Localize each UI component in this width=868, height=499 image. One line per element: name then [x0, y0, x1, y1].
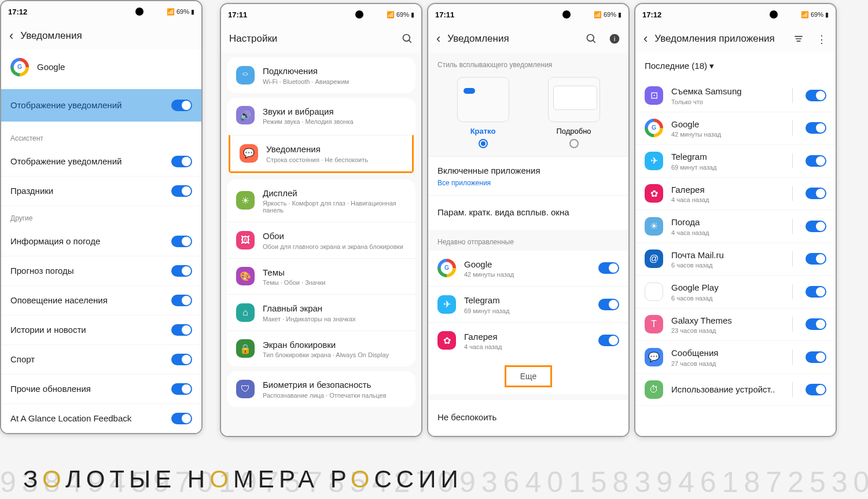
svg-point-0 [403, 35, 410, 42]
search-icon[interactable] [586, 33, 597, 45]
info-icon[interactable]: i [609, 33, 620, 45]
recent-google[interactable]: Google42 минуты назад [428, 251, 628, 287]
mail-icon: @ [645, 250, 663, 268]
row-popup-params[interactable]: Парам. кратк. вида всплыв. окна [428, 195, 628, 230]
toggle[interactable] [171, 100, 192, 111]
toggle[interactable] [806, 221, 826, 232]
ch-sport[interactable]: Спорт [1, 345, 201, 375]
row-themes[interactable]: 🎨ТемыТемы · Обои · Значки [227, 258, 415, 295]
recent-telegram[interactable]: ✈Telegram69 минут назад [428, 286, 628, 322]
sort-icon[interactable] [793, 33, 804, 45]
app-samsung-capture[interactable]: ⊡Съемка SamsungТолько что [635, 79, 836, 112]
row-lockscreen[interactable]: 🔒Экран блокировкиТип блокировки экрана ·… [227, 331, 415, 367]
popup-styles: Кратко Подробно [428, 74, 628, 156]
back-icon[interactable]: ‹ [643, 31, 648, 46]
gallery-icon: ✿ [437, 331, 456, 350]
show-notifications-toggle[interactable]: Отображение уведомлений [1, 89, 201, 122]
notif-icon: 💬 [240, 144, 258, 163]
toggle[interactable] [171, 265, 192, 277]
toggle[interactable] [171, 324, 192, 336]
recent-label: Недавно отправленные [428, 230, 628, 251]
toggle[interactable] [806, 253, 826, 265]
ch-updates[interactable]: Прочие обновления [1, 375, 201, 404]
filter-dropdown[interactable]: Последние (18) ▾ [635, 53, 836, 79]
more-icon[interactable]: ⋮ [816, 33, 827, 45]
recent-gallery[interactable]: ✿Галерея4 часа назад [428, 322, 628, 359]
row-extra[interactable]: Дополнительные параметры [428, 435, 628, 436]
toggle[interactable] [598, 335, 619, 346]
row-display[interactable]: ☀ДисплейЯркость · Комфорт для глаз · Нав… [227, 179, 415, 222]
toggle[interactable] [171, 295, 192, 306]
ch-forecast[interactable]: Прогноз погоды [1, 256, 201, 286]
ch-show-notif[interactable]: Отображение уведомлений [1, 147, 201, 177]
toggle[interactable] [171, 354, 192, 365]
toggle[interactable] [171, 383, 192, 395]
row-enabled-apps[interactable]: Включенные приложенияВсе приложения [428, 157, 628, 195]
themes-icon: T [645, 315, 663, 333]
toggle[interactable] [171, 236, 192, 247]
app-weather[interactable]: ☀Погода4 часа назад [635, 210, 836, 243]
popup-style-label: Стиль всплывающего уведомления [428, 53, 628, 74]
play-icon: ▶ [645, 282, 663, 301]
ch-weather-info[interactable]: Информация о погоде [1, 227, 201, 256]
app-messages[interactable]: 💬Сообщения27 часов назад [635, 341, 836, 374]
toggle[interactable] [171, 185, 192, 197]
svg-line-1 [409, 41, 411, 43]
ch-holidays[interactable]: Праздники [1, 177, 201, 206]
toggle[interactable] [806, 351, 826, 363]
toggle[interactable] [171, 156, 192, 167]
toggle[interactable] [806, 122, 826, 134]
row-notifications[interactable]: 💬УведомленияСтрока состояния · Не беспок… [229, 135, 414, 173]
app-play[interactable]: ▶Google Play6 часов назад [635, 276, 836, 309]
statusbar: 17:11 📶 69%▮ [221, 4, 421, 25]
toggle[interactable] [806, 188, 826, 199]
messages-icon: 💬 [645, 348, 663, 366]
toggle[interactable] [171, 413, 192, 424]
row-sounds[interactable]: 🔊Звуки и вибрацияРежим звука · Мелодия з… [227, 98, 415, 134]
radio-detail[interactable] [569, 139, 579, 148]
ch-stories[interactable]: Истории и новости [1, 315, 201, 345]
content: ⌔ПодключенияWi-Fi · Bluetooth · Авиарежи… [221, 53, 421, 436]
toggle[interactable] [806, 90, 826, 101]
row-dnd[interactable]: Не беспокоить [428, 400, 628, 435]
app-gallery[interactable]: ✿Галерея4 часа назад [635, 178, 836, 211]
toggle[interactable] [806, 318, 826, 330]
phone-google-notif: 17:12📶 69%▮ ‹ Уведомления Google Отображ… [0, 0, 203, 434]
toggle[interactable] [806, 286, 826, 298]
phone-notifications: 17:11📶 69%▮ ‹ Уведомления i Стиль всплыв… [427, 3, 630, 437]
app-telegram[interactable]: ✈Telegram69 минут назад [635, 145, 836, 178]
row-wallpaper[interactable]: 🖼ОбоиОбои для главного экрана и экрана б… [227, 222, 415, 258]
svg-line-3 [593, 41, 595, 43]
toggle[interactable] [806, 384, 826, 395]
setting-card: ⌔ПодключенияWi-Fi · Bluetooth · Авиарежи… [227, 57, 415, 93]
style-brief[interactable]: Кратко [457, 77, 509, 151]
radio-brief[interactable] [479, 139, 488, 148]
page-title: Настройки [229, 33, 395, 45]
usage-icon: ⏱ [645, 380, 663, 399]
more-button[interactable]: Еще [428, 358, 628, 394]
weather-icon: ☀ [645, 217, 663, 236]
row-biometric[interactable]: 🛡Биометрия и безопасностьРаспознавание л… [227, 371, 415, 407]
app-mailru[interactable]: @Почта Mail.ru6 часов назад [635, 243, 836, 276]
google-icon [645, 119, 663, 137]
lock-icon: 🔒 [236, 339, 255, 358]
row-home[interactable]: ⌂Главный экранМакет · Индикаторы на знач… [227, 294, 415, 331]
toggle[interactable] [806, 155, 826, 167]
row-connections[interactable]: ⌔ПодключенияWi-Fi · Bluetooth · Авиарежи… [227, 57, 415, 93]
back-icon[interactable]: ‹ [9, 28, 13, 43]
camera-hole [355, 10, 363, 19]
search-icon[interactable] [402, 33, 413, 45]
app-device-usage[interactable]: ⏱Использование устройст.. [635, 374, 836, 406]
style-detail[interactable]: Подробно [548, 77, 600, 151]
toggle[interactable] [598, 262, 619, 274]
app-google[interactable]: Google42 минуты назад [635, 112, 836, 145]
ch-alert[interactable]: Оповещение населения [1, 286, 201, 315]
time: 17:11 [228, 10, 332, 19]
gallery-icon: ✿ [645, 184, 663, 203]
app-themes[interactable]: TGalaxy Themes23 часов назад [635, 309, 836, 342]
header: Настройки [221, 25, 421, 53]
toggle[interactable] [598, 299, 619, 310]
capture-icon: ⊡ [645, 86, 663, 105]
ch-glance[interactable]: At A Glance Location Feedback [1, 404, 201, 433]
back-icon[interactable]: ‹ [436, 31, 440, 46]
